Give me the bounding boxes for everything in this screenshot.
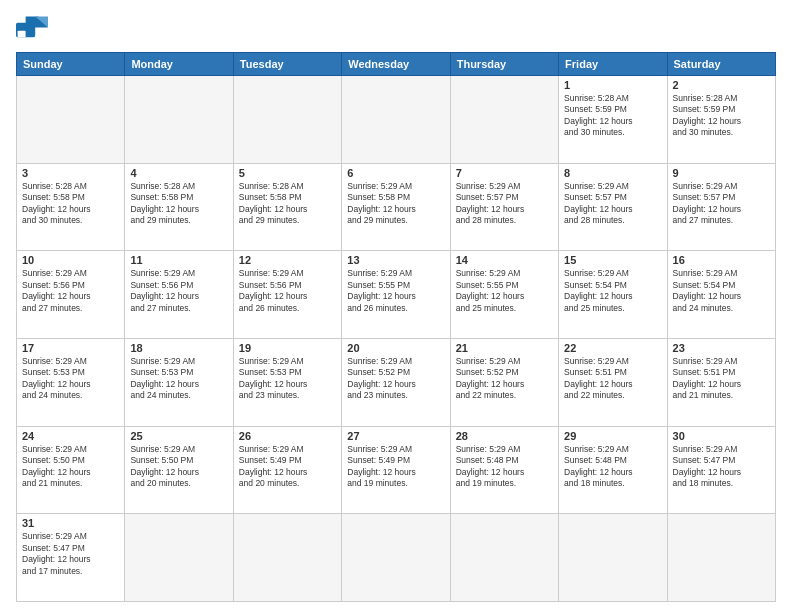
cell-date-number: 11 <box>130 254 227 266</box>
day-header-sunday: Sunday <box>17 53 125 76</box>
cell-sun-info: Sunrise: 5:29 AM Sunset: 5:54 PM Dayligh… <box>673 268 770 314</box>
cell-sun-info: Sunrise: 5:29 AM Sunset: 5:52 PM Dayligh… <box>456 356 553 402</box>
cell-sun-info: Sunrise: 5:29 AM Sunset: 5:55 PM Dayligh… <box>347 268 444 314</box>
cell-date-number: 4 <box>130 167 227 179</box>
cell-sun-info: Sunrise: 5:29 AM Sunset: 5:50 PM Dayligh… <box>22 444 119 490</box>
calendar-week-5: 24Sunrise: 5:29 AM Sunset: 5:50 PM Dayli… <box>17 426 776 514</box>
day-header-friday: Friday <box>559 53 667 76</box>
calendar-cell: 29Sunrise: 5:29 AM Sunset: 5:48 PM Dayli… <box>559 426 667 514</box>
calendar-cell: 10Sunrise: 5:29 AM Sunset: 5:56 PM Dayli… <box>17 251 125 339</box>
calendar-cell: 27Sunrise: 5:29 AM Sunset: 5:49 PM Dayli… <box>342 426 450 514</box>
day-header-wednesday: Wednesday <box>342 53 450 76</box>
calendar-week-3: 10Sunrise: 5:29 AM Sunset: 5:56 PM Dayli… <box>17 251 776 339</box>
calendar-cell: 13Sunrise: 5:29 AM Sunset: 5:55 PM Dayli… <box>342 251 450 339</box>
cell-sun-info: Sunrise: 5:29 AM Sunset: 5:53 PM Dayligh… <box>22 356 119 402</box>
page: SundayMondayTuesdayWednesdayThursdayFrid… <box>0 0 792 612</box>
calendar-cell: 26Sunrise: 5:29 AM Sunset: 5:49 PM Dayli… <box>233 426 341 514</box>
cell-sun-info: Sunrise: 5:29 AM Sunset: 5:48 PM Dayligh… <box>456 444 553 490</box>
cell-sun-info: Sunrise: 5:29 AM Sunset: 5:56 PM Dayligh… <box>130 268 227 314</box>
calendar-week-2: 3Sunrise: 5:28 AM Sunset: 5:58 PM Daylig… <box>17 163 776 251</box>
cell-date-number: 19 <box>239 342 336 354</box>
cell-date-number: 18 <box>130 342 227 354</box>
cell-date-number: 1 <box>564 79 661 91</box>
cell-date-number: 6 <box>347 167 444 179</box>
cell-sun-info: Sunrise: 5:29 AM Sunset: 5:55 PM Dayligh… <box>456 268 553 314</box>
cell-date-number: 27 <box>347 430 444 442</box>
day-header-tuesday: Tuesday <box>233 53 341 76</box>
calendar-cell <box>342 76 450 164</box>
calendar-cell: 30Sunrise: 5:29 AM Sunset: 5:47 PM Dayli… <box>667 426 775 514</box>
cell-sun-info: Sunrise: 5:29 AM Sunset: 5:53 PM Dayligh… <box>130 356 227 402</box>
cell-sun-info: Sunrise: 5:29 AM Sunset: 5:57 PM Dayligh… <box>564 181 661 227</box>
cell-sun-info: Sunrise: 5:29 AM Sunset: 5:52 PM Dayligh… <box>347 356 444 402</box>
cell-date-number: 10 <box>22 254 119 266</box>
cell-date-number: 3 <box>22 167 119 179</box>
cell-date-number: 31 <box>22 517 119 529</box>
calendar-cell: 21Sunrise: 5:29 AM Sunset: 5:52 PM Dayli… <box>450 338 558 426</box>
generalblue-logo-icon <box>16 16 48 44</box>
calendar-table: SundayMondayTuesdayWednesdayThursdayFrid… <box>16 52 776 602</box>
calendar-week-4: 17Sunrise: 5:29 AM Sunset: 5:53 PM Dayli… <box>17 338 776 426</box>
cell-sun-info: Sunrise: 5:29 AM Sunset: 5:57 PM Dayligh… <box>456 181 553 227</box>
cell-date-number: 9 <box>673 167 770 179</box>
cell-sun-info: Sunrise: 5:29 AM Sunset: 5:49 PM Dayligh… <box>239 444 336 490</box>
calendar-cell <box>125 514 233 602</box>
cell-sun-info: Sunrise: 5:29 AM Sunset: 5:53 PM Dayligh… <box>239 356 336 402</box>
calendar-cell: 5Sunrise: 5:28 AM Sunset: 5:58 PM Daylig… <box>233 163 341 251</box>
calendar-cell: 11Sunrise: 5:29 AM Sunset: 5:56 PM Dayli… <box>125 251 233 339</box>
cell-date-number: 28 <box>456 430 553 442</box>
cell-date-number: 17 <box>22 342 119 354</box>
calendar-cell: 31Sunrise: 5:29 AM Sunset: 5:47 PM Dayli… <box>17 514 125 602</box>
calendar-cell <box>559 514 667 602</box>
cell-sun-info: Sunrise: 5:28 AM Sunset: 5:58 PM Dayligh… <box>239 181 336 227</box>
calendar-cell: 17Sunrise: 5:29 AM Sunset: 5:53 PM Dayli… <box>17 338 125 426</box>
calendar-cell <box>125 76 233 164</box>
cell-sun-info: Sunrise: 5:29 AM Sunset: 5:56 PM Dayligh… <box>22 268 119 314</box>
cell-date-number: 23 <box>673 342 770 354</box>
cell-sun-info: Sunrise: 5:28 AM Sunset: 5:58 PM Dayligh… <box>130 181 227 227</box>
cell-date-number: 30 <box>673 430 770 442</box>
calendar-cell <box>17 76 125 164</box>
cell-sun-info: Sunrise: 5:29 AM Sunset: 5:47 PM Dayligh… <box>22 531 119 577</box>
calendar-cell: 25Sunrise: 5:29 AM Sunset: 5:50 PM Dayli… <box>125 426 233 514</box>
cell-sun-info: Sunrise: 5:28 AM Sunset: 5:59 PM Dayligh… <box>564 93 661 139</box>
cell-sun-info: Sunrise: 5:29 AM Sunset: 5:48 PM Dayligh… <box>564 444 661 490</box>
cell-date-number: 13 <box>347 254 444 266</box>
cell-date-number: 12 <box>239 254 336 266</box>
calendar-cell <box>233 76 341 164</box>
day-header-thursday: Thursday <box>450 53 558 76</box>
calendar-cell: 14Sunrise: 5:29 AM Sunset: 5:55 PM Dayli… <box>450 251 558 339</box>
cell-date-number: 24 <box>22 430 119 442</box>
cell-sun-info: Sunrise: 5:29 AM Sunset: 5:47 PM Dayligh… <box>673 444 770 490</box>
calendar-cell <box>667 514 775 602</box>
cell-sun-info: Sunrise: 5:29 AM Sunset: 5:49 PM Dayligh… <box>347 444 444 490</box>
header <box>16 16 776 44</box>
cell-date-number: 8 <box>564 167 661 179</box>
logo <box>16 16 52 44</box>
day-header-monday: Monday <box>125 53 233 76</box>
cell-date-number: 5 <box>239 167 336 179</box>
cell-sun-info: Sunrise: 5:29 AM Sunset: 5:58 PM Dayligh… <box>347 181 444 227</box>
calendar-cell: 16Sunrise: 5:29 AM Sunset: 5:54 PM Dayli… <box>667 251 775 339</box>
cell-date-number: 14 <box>456 254 553 266</box>
cell-date-number: 2 <box>673 79 770 91</box>
calendar-cell: 3Sunrise: 5:28 AM Sunset: 5:58 PM Daylig… <box>17 163 125 251</box>
calendar-header-row: SundayMondayTuesdayWednesdayThursdayFrid… <box>17 53 776 76</box>
calendar-cell: 20Sunrise: 5:29 AM Sunset: 5:52 PM Dayli… <box>342 338 450 426</box>
cell-date-number: 15 <box>564 254 661 266</box>
calendar-cell <box>233 514 341 602</box>
cell-sun-info: Sunrise: 5:28 AM Sunset: 5:58 PM Dayligh… <box>22 181 119 227</box>
calendar-cell: 12Sunrise: 5:29 AM Sunset: 5:56 PM Dayli… <box>233 251 341 339</box>
calendar-cell: 7Sunrise: 5:29 AM Sunset: 5:57 PM Daylig… <box>450 163 558 251</box>
calendar-cell: 23Sunrise: 5:29 AM Sunset: 5:51 PM Dayli… <box>667 338 775 426</box>
cell-sun-info: Sunrise: 5:29 AM Sunset: 5:54 PM Dayligh… <box>564 268 661 314</box>
calendar-week-1: 1Sunrise: 5:28 AM Sunset: 5:59 PM Daylig… <box>17 76 776 164</box>
calendar-cell <box>450 514 558 602</box>
cell-date-number: 21 <box>456 342 553 354</box>
calendar-cell: 18Sunrise: 5:29 AM Sunset: 5:53 PM Dayli… <box>125 338 233 426</box>
calendar-cell: 22Sunrise: 5:29 AM Sunset: 5:51 PM Dayli… <box>559 338 667 426</box>
calendar-cell: 24Sunrise: 5:29 AM Sunset: 5:50 PM Dayli… <box>17 426 125 514</box>
calendar-cell: 4Sunrise: 5:28 AM Sunset: 5:58 PM Daylig… <box>125 163 233 251</box>
calendar-cell: 15Sunrise: 5:29 AM Sunset: 5:54 PM Dayli… <box>559 251 667 339</box>
cell-sun-info: Sunrise: 5:29 AM Sunset: 5:56 PM Dayligh… <box>239 268 336 314</box>
